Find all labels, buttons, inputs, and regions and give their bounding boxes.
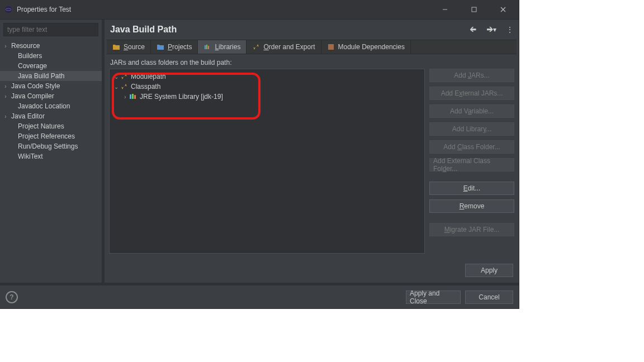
svg-rect-6: [205, 45, 206, 49]
sidebar-item-run-debug[interactable]: Run/Debug Settings: [0, 141, 102, 151]
path-icon: [120, 73, 129, 80]
svg-rect-8: [208, 46, 209, 49]
add-external-jars-button[interactable]: Add External JARs...: [429, 87, 514, 100]
help-icon[interactable]: ?: [6, 291, 18, 303]
tab-label: Order and Export: [263, 43, 315, 51]
sidebar-item-javadoc-location[interactable]: Javadoc Location: [0, 101, 102, 111]
sidebar-item-project-references[interactable]: Project References: [0, 131, 102, 141]
tab-source[interactable]: Source: [107, 40, 151, 54]
apply-button[interactable]: Apply: [465, 264, 513, 277]
library-icon: [129, 93, 138, 100]
dialog-footer: ? Apply and Close Cancel: [0, 283, 519, 308]
libraries-description: JARs and class folders on the build path…: [105, 54, 519, 69]
tab-module-deps[interactable]: Module Dependencies: [321, 40, 411, 54]
add-external-class-folder-button[interactable]: Add External Class Folder...: [429, 158, 514, 172]
tab-label: Projects: [168, 43, 192, 51]
tab-projects[interactable]: Projects: [151, 40, 198, 54]
menu-dots-icon[interactable]: ⋮: [506, 26, 513, 34]
tree-item-label: Classpath: [131, 83, 160, 90]
path-icon: [120, 83, 129, 90]
tree-item-label: Modulepath: [131, 73, 166, 80]
tree-item-jre-library[interactable]: › JRE System Library [jdk-19]: [110, 92, 424, 102]
page-title: Java Build Path: [110, 25, 177, 35]
properties-dialog: Properties for Test ›Resource Builders C…: [0, 0, 519, 308]
projects-icon: [157, 43, 164, 51]
tab-label: Module Dependencies: [338, 43, 405, 51]
source-folder-icon: [112, 43, 120, 51]
close-button[interactable]: [496, 3, 510, 16]
button-column: Add JARs... Add External JARs... Add Var…: [429, 69, 514, 254]
filter-input[interactable]: [3, 23, 98, 36]
tabs: Source Projects Libraries Order and Expo…: [107, 40, 517, 54]
module-deps-icon: [327, 43, 335, 51]
add-variable-button[interactable]: Add Variable...: [429, 104, 514, 118]
svg-rect-10: [130, 94, 131, 99]
remove-button[interactable]: Remove: [429, 199, 514, 213]
tab-order-export[interactable]: Order and Export: [247, 40, 321, 54]
libraries-icon: [203, 43, 211, 51]
migrate-jar-button[interactable]: Migrate JAR File...: [429, 223, 514, 236]
sidebar-item-java-editor[interactable]: ›Java Editor: [0, 111, 102, 121]
sidebar-item-resource[interactable]: ›Resource: [0, 41, 102, 51]
nav-forward-icon[interactable]: 🡲▾: [486, 26, 496, 34]
main-panel: Java Build Path 🡰 🡲▾ ⋮ Source Projects: [105, 20, 519, 283]
svg-rect-12: [134, 95, 136, 99]
sidebar-item-wikitext[interactable]: WikiText: [0, 151, 102, 161]
titlebar: Properties for Test: [0, 0, 519, 19]
tree-item-label: JRE System Library [jdk-19]: [140, 93, 223, 101]
order-export-icon: [252, 43, 260, 51]
tree-item-modulepath[interactable]: ⌄ Modulepath: [110, 72, 424, 82]
sidebar-item-builders[interactable]: Builders: [0, 51, 102, 61]
add-class-folder-button[interactable]: Add Class Folder...: [429, 140, 514, 154]
apply-and-close-button[interactable]: Apply and Close: [406, 290, 461, 304]
svg-rect-11: [132, 94, 134, 99]
classpath-tree[interactable]: ⌄ Modulepath ⌄ Classpath › JRE System Li…: [109, 69, 425, 254]
category-sidebar: ›Resource Builders Coverage Java Build P…: [0, 20, 105, 283]
sidebar-item-coverage[interactable]: Coverage: [0, 61, 102, 71]
svg-point-0: [5, 6, 12, 13]
edit-button[interactable]: Edit...: [429, 182, 514, 195]
minimize-button[interactable]: [438, 3, 452, 16]
tab-libraries[interactable]: Libraries: [198, 40, 247, 54]
category-tree: ›Resource Builders Coverage Java Build P…: [0, 40, 102, 163]
sidebar-item-java-code-style[interactable]: ›Java Code Style: [0, 81, 102, 91]
sidebar-item-project-natures[interactable]: Project Natures: [0, 121, 102, 131]
sidebar-item-java-compiler[interactable]: ›Java Compiler: [0, 91, 102, 101]
nav-back-icon[interactable]: 🡰: [470, 26, 476, 34]
cancel-button[interactable]: Cancel: [465, 290, 513, 304]
tab-label: Libraries: [215, 43, 240, 51]
svg-rect-3: [472, 7, 476, 12]
add-jars-button[interactable]: Add JARs...: [429, 69, 514, 82]
tree-item-classpath[interactable]: ⌄ Classpath: [110, 82, 424, 92]
maximize-button[interactable]: [467, 3, 481, 16]
sidebar-item-java-build-path[interactable]: Java Build Path: [0, 71, 102, 81]
eclipse-icon: [4, 6, 12, 13]
svg-rect-7: [206, 45, 207, 49]
tab-label: Source: [124, 43, 145, 51]
svg-rect-9: [328, 44, 334, 50]
add-library-button[interactable]: Add Library...: [429, 122, 514, 136]
window-title: Properties for Test: [17, 6, 438, 13]
